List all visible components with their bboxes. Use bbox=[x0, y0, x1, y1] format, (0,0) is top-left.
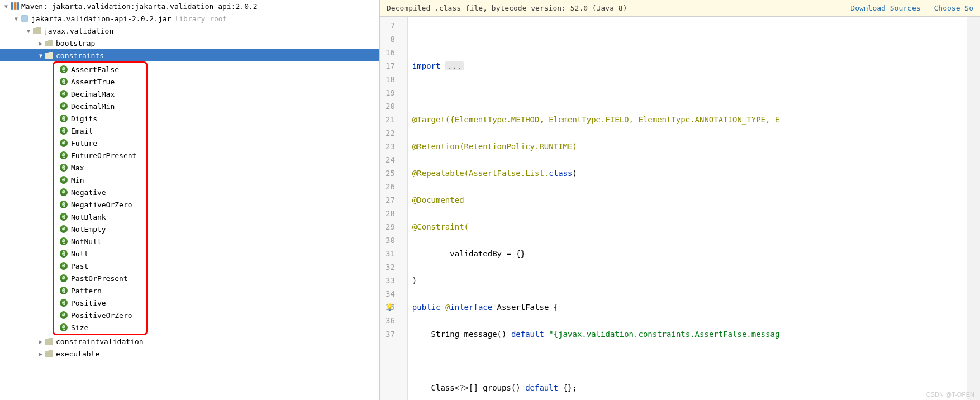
line-number: 26 bbox=[386, 180, 395, 193]
choose-sources-link[interactable]: Choose So bbox=[934, 4, 973, 12]
tree-node-annotation-notnull[interactable]: @NotNull bbox=[54, 235, 146, 247]
tree-label: jakarta.validation-api-2.0.2.jar bbox=[31, 15, 171, 23]
tree-node-annotation-decimalmax[interactable]: @DecimalMax bbox=[54, 88, 146, 100]
code-editor-panel: Decompiled .class file, bytecode version… bbox=[380, 0, 980, 400]
line-number: 21 bbox=[386, 113, 395, 126]
tree-label: bootstrap bbox=[56, 39, 95, 47]
tree-node-annotation-futureorpresent[interactable]: @FutureOrPresent bbox=[54, 149, 146, 161]
tree-label: NotEmpty bbox=[71, 225, 106, 234]
tree-label: NotNull bbox=[71, 237, 102, 246]
folder-icon bbox=[45, 349, 54, 358]
annotation-icon: @ bbox=[60, 78, 68, 85]
folder-icon bbox=[45, 337, 54, 346]
tree-label-suffix: library root bbox=[174, 15, 227, 23]
tree-label: DecimalMin bbox=[71, 102, 115, 111]
folder-icon bbox=[45, 51, 54, 60]
tree-node-annotation-digits[interactable]: @Digits bbox=[54, 112, 146, 125]
annotation-icon: @ bbox=[60, 164, 68, 172]
tree-label: executable bbox=[56, 350, 99, 358]
collapse-icon: ▼ bbox=[25, 28, 32, 34]
tree-node-jar[interactable]: ▼ jakarta.validation-api-2.0.2.jar libra… bbox=[0, 12, 379, 25]
annotation-icon: @ bbox=[60, 299, 68, 307]
tree-node-annotation-max[interactable]: @Max bbox=[54, 161, 146, 174]
tree-label: Negative bbox=[71, 188, 106, 197]
tree-label: constraints bbox=[56, 51, 104, 60]
folded-imports[interactable]: ... bbox=[445, 61, 464, 70]
tree-node-constraints[interactable]: ▼ constraints bbox=[0, 49, 379, 61]
tree-node-package[interactable]: ▼ javax.validation bbox=[0, 25, 379, 37]
tree-label: Null bbox=[71, 250, 88, 258]
tree-node-executable[interactable]: ▶ executable bbox=[0, 347, 379, 360]
svg-rect-4 bbox=[23, 17, 26, 17]
collapse-icon: ▼ bbox=[2, 3, 10, 9]
tree-label: Size bbox=[71, 323, 88, 332]
tree-node-annotation-size[interactable]: @Size bbox=[54, 321, 146, 334]
tree-label: FutureOrPresent bbox=[71, 151, 136, 160]
tree-node-annotation-assertfalse[interactable]: @AssertFalse bbox=[54, 63, 146, 75]
code-content[interactable]: import ... @Target({ElementType.METHOD, … bbox=[408, 17, 967, 400]
tree-label: javax.validation bbox=[44, 27, 113, 35]
tree-node-annotation-pastorpresent[interactable]: @PastOrPresent bbox=[54, 272, 146, 284]
tree-label: Min bbox=[71, 176, 84, 184]
expand-icon: ▶ bbox=[37, 339, 45, 345]
jar-icon bbox=[20, 14, 29, 23]
tree-node-annotation-min[interactable]: @Min bbox=[54, 174, 146, 186]
tree-node-annotation-pattern[interactable]: @Pattern bbox=[54, 284, 146, 297]
watermark-text: CSDN @T-OPEN bbox=[926, 391, 974, 398]
annotation-icon: @ bbox=[60, 90, 68, 98]
folder-icon bbox=[32, 26, 41, 35]
tree-node-constraintvalidation[interactable]: ▶ constraintvalidation bbox=[0, 335, 379, 347]
annotation-icon: @ bbox=[60, 237, 68, 245]
line-number: 23 bbox=[386, 140, 395, 153]
annotation-icon: @ bbox=[60, 201, 68, 208]
annotation-icon: @ bbox=[60, 188, 68, 196]
tree-label: AssertFalse bbox=[71, 65, 119, 74]
annotation-icon: @ bbox=[60, 323, 68, 331]
tree-node-annotation-past[interactable]: @Past bbox=[54, 260, 146, 272]
annotation-icon: @ bbox=[60, 102, 68, 110]
line-number: 31 bbox=[386, 247, 395, 260]
expand-icon: ▶ bbox=[37, 40, 45, 46]
intention-bulb-icon[interactable]: 💡 bbox=[386, 301, 394, 314]
tree-label: Future bbox=[71, 139, 97, 147]
annotation-icon: @ bbox=[60, 250, 68, 258]
annotation-icon: @ bbox=[60, 311, 68, 319]
status-text: Decompiled .class file, bytecode version… bbox=[387, 4, 627, 12]
tree-node-annotation-positiveorzero[interactable]: @PositiveOrZero bbox=[54, 309, 146, 321]
annotation-icon: @ bbox=[60, 115, 68, 122]
svg-rect-1 bbox=[14, 2, 17, 10]
tree-label: NotBlank bbox=[71, 213, 106, 221]
tree-node-annotation-asserttrue[interactable]: @AssertTrue bbox=[54, 75, 146, 88]
line-number: 16 bbox=[386, 46, 395, 59]
annotation-icon: @ bbox=[60, 176, 68, 184]
download-sources-link[interactable]: Download Sources bbox=[850, 4, 920, 12]
line-number: 20 bbox=[386, 99, 395, 113]
annotation-icon: @ bbox=[60, 127, 68, 135]
tree-node-annotation-decimalmin[interactable]: @DecimalMin bbox=[54, 100, 146, 112]
highlighted-annotation-group: @AssertFalse@AssertTrue@DecimalMax@Decim… bbox=[53, 61, 148, 335]
svg-rect-2 bbox=[17, 2, 19, 10]
line-number: 32 bbox=[386, 260, 395, 274]
tree-node-annotation-notempty[interactable]: @NotEmpty bbox=[54, 223, 146, 235]
annotation-icon: @ bbox=[60, 213, 68, 221]
collapse-icon: ▼ bbox=[37, 53, 45, 59]
tree-node-annotation-notblank[interactable]: @NotBlank bbox=[54, 211, 146, 223]
tree-node-bootstrap[interactable]: ▶ bootstrap bbox=[0, 37, 379, 49]
tree-label: DecimalMax bbox=[71, 90, 115, 98]
tree-node-maven-root[interactable]: ▼ Maven: jakarta.validation:jakarta.vali… bbox=[0, 0, 379, 12]
tree-label: NegativeOrZero bbox=[71, 201, 132, 209]
tree-label: Maven: jakarta.validation:jakarta.valida… bbox=[21, 2, 258, 11]
tree-node-annotation-null[interactable]: @Null bbox=[54, 247, 146, 260]
line-number: 18 bbox=[386, 73, 395, 86]
line-number: 25 bbox=[386, 166, 395, 180]
folder-icon bbox=[45, 39, 54, 47]
tree-node-annotation-email[interactable]: @Email bbox=[54, 125, 146, 137]
code-editor[interactable]: 7816171819202122232425262728293031323334… bbox=[380, 17, 980, 400]
line-number: 17 bbox=[386, 59, 395, 73]
line-number: 28 bbox=[386, 207, 395, 220]
tree-node-annotation-future[interactable]: @Future bbox=[54, 137, 146, 149]
tree-node-annotation-negative[interactable]: @Negative bbox=[54, 186, 146, 198]
tree-node-annotation-positive[interactable]: @Positive bbox=[54, 297, 146, 309]
tree-node-annotation-negativeorzero[interactable]: @NegativeOrZero bbox=[54, 198, 146, 211]
minimap-scrollbar[interactable] bbox=[967, 17, 980, 400]
